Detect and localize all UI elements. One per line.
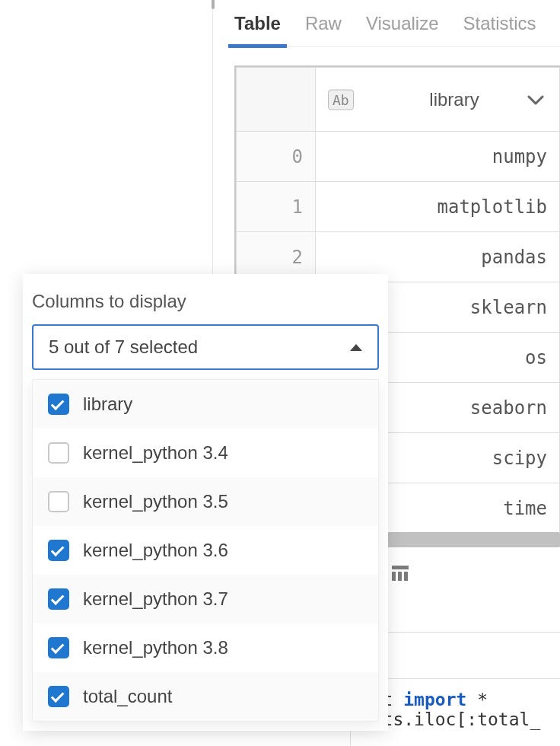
option-kernel-python-37[interactable]: kernel_python 3.7 — [33, 575, 378, 623]
option-label: total_count — [83, 686, 172, 707]
checkbox-unchecked-icon[interactable] — [48, 442, 69, 464]
cell-value: numpy — [316, 132, 560, 182]
option-library[interactable]: library — [33, 380, 378, 429]
row-index: 1 — [237, 182, 316, 232]
checkbox-checked-icon[interactable] — [48, 588, 69, 610]
dropdown-summary: 5 out of 7 selected — [49, 336, 198, 358]
option-kernel-python-35[interactable]: kernel_python 3.5 — [33, 477, 378, 526]
caret-up-icon — [350, 344, 362, 351]
checkbox-checked-icon[interactable] — [48, 637, 69, 658]
option-kernel-python-38[interactable]: kernel_python 3.8 — [33, 623, 378, 672]
columns-icon[interactable] — [392, 566, 409, 581]
cell-value: matplotlib — [316, 182, 560, 232]
tab-statistics[interactable]: Statistics — [463, 2, 536, 45]
option-kernel-python-36[interactable]: kernel_python 3.6 — [33, 526, 378, 575]
option-label: kernel_python 3.5 — [83, 491, 228, 512]
option-label: library — [83, 394, 132, 415]
option-kernel-python-34[interactable]: kernel_python 3.4 — [33, 429, 378, 477]
checkbox-checked-icon[interactable] — [48, 394, 69, 415]
checkbox-unchecked-icon[interactable] — [48, 491, 69, 512]
option-label: kernel_python 3.4 — [83, 442, 228, 464]
horizontal-scrollbar-thumb[interactable] — [387, 532, 560, 547]
pane-divider-handle[interactable] — [212, 0, 215, 9]
table-row[interactable]: 1matplotlib — [237, 182, 560, 232]
row-index: 0 — [237, 132, 316, 182]
option-label: kernel_python 3.8 — [83, 637, 228, 658]
chevron-down-icon[interactable] — [527, 89, 544, 110]
dropdown-options-list: library kernel_python 3.4 kernel_python … — [32, 379, 379, 722]
dropdown-select[interactable]: 5 out of 7 selected — [32, 324, 379, 370]
option-label: kernel_python 3.7 — [83, 588, 228, 610]
tab-table[interactable]: Table — [234, 2, 281, 45]
checkbox-checked-icon[interactable] — [48, 540, 69, 561]
index-column-header — [237, 68, 316, 132]
option-label: kernel_python 3.6 — [83, 540, 228, 561]
column-name: library — [429, 89, 479, 110]
code-keyword: import — [403, 690, 466, 709]
dropdown-label: Columns to display — [32, 291, 379, 312]
output-tabs: Table Raw Visualize Statistics — [234, 0, 560, 47]
option-total-count[interactable]: total_count — [33, 672, 378, 721]
checkbox-checked-icon[interactable] — [48, 686, 69, 707]
code-fragment: * — [466, 690, 488, 709]
column-header-library[interactable]: Ab library — [316, 68, 560, 132]
table-row[interactable]: 0numpy — [237, 132, 560, 182]
columns-dropdown-panel: Columns to display 5 out of 7 selected l… — [23, 274, 388, 731]
tab-raw[interactable]: Raw — [305, 2, 342, 45]
type-badge-string: Ab — [328, 89, 354, 110]
tab-visualize[interactable]: Visualize — [366, 2, 439, 45]
